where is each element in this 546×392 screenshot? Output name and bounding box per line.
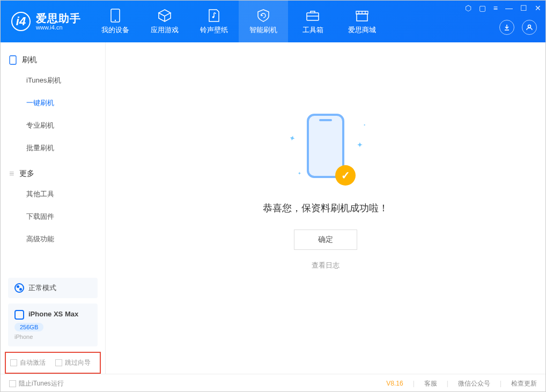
checkbox-skip-guide[interactable]: 跳过向导	[55, 358, 91, 367]
sidebar-item-batch-flash[interactable]: 批量刷机	[1, 137, 105, 159]
phone-small-icon	[9, 55, 17, 65]
nav-tab-label: 爱思商城	[348, 25, 376, 35]
mode-icon	[14, 283, 24, 293]
success-message: 恭喜您，保资料刷机成功啦！	[263, 202, 388, 215]
device-type: iPhone	[14, 334, 91, 340]
sidebar: 刷机 iTunes刷机 一键刷机 专业刷机 批量刷机 ≡ 更多 其他工具 下载固…	[1, 42, 106, 374]
svg-point-2	[212, 16, 215, 18]
app-subtitle: www.i4.cn	[36, 24, 81, 31]
window-controls: ⬡ ▢ ≡ — ☐ ✕	[465, 4, 541, 12]
device-box[interactable]: iPhone XS Max 256GB iPhone	[8, 304, 98, 346]
sidebar-group-more: ≡ 更多	[1, 165, 105, 183]
app-title: 爱思助手	[36, 12, 81, 24]
minimize-button[interactable]: —	[505, 4, 513, 12]
list-icon: ≡	[9, 169, 14, 179]
footer-link-service[interactable]: 客服	[424, 379, 437, 388]
svg-rect-3	[307, 13, 319, 20]
bottom-options-highlighted: 自动激活 跳过向导	[5, 352, 101, 374]
sidebar-item-other-tools[interactable]: 其他工具	[1, 183, 105, 205]
svg-point-4	[528, 25, 531, 28]
device-name: iPhone XS Max	[28, 310, 78, 318]
sparkle-icon: ✦	[298, 171, 301, 176]
user-button[interactable]	[522, 20, 537, 35]
storage-badge: 256GB	[14, 323, 43, 331]
device-icon	[14, 310, 24, 320]
nav-tab-label: 应用游戏	[151, 25, 179, 35]
nav-tab-toolbox[interactable]: 工具箱	[288, 1, 337, 42]
nav-tab-store[interactable]: 爱思商城	[337, 1, 387, 42]
sidebar-item-download-firmware[interactable]: 下载固件	[1, 205, 105, 228]
checkbox-label: 阻止iTunes运行	[19, 379, 64, 388]
divider: |	[500, 380, 501, 387]
store-icon	[355, 9, 369, 23]
logo-area: i4 爱思助手 www.i4.cn	[1, 12, 91, 31]
checkbox-label: 自动激活	[20, 358, 46, 367]
sidebar-item-pro-flash[interactable]: 专业刷机	[1, 114, 105, 137]
sidebar-item-itunes-flash[interactable]: iTunes刷机	[1, 69, 105, 92]
menu-icon[interactable]: ≡	[493, 4, 498, 12]
maximize-button[interactable]: ☐	[520, 4, 527, 12]
nav-tab-label: 铃声壁纸	[200, 25, 228, 35]
sidebar-item-advanced[interactable]: 高级功能	[1, 228, 105, 250]
nav-tabs: 我的设备 应用游戏 铃声壁纸 智能刷机 工具箱 爱思商城	[91, 1, 387, 42]
checkbox-label: 跳过向导	[65, 358, 91, 367]
briefcase-icon	[306, 9, 320, 23]
checkmark-badge-icon: ✓	[335, 165, 356, 186]
close-button[interactable]: ✕	[535, 4, 541, 12]
nav-tab-label: 我的设备	[101, 25, 129, 35]
nav-tab-apps[interactable]: 应用游戏	[140, 1, 189, 42]
nav-tab-label: 工具箱	[302, 25, 323, 35]
music-file-icon	[207, 9, 221, 23]
checkbox-auto-activate[interactable]: 自动激活	[10, 358, 46, 367]
sidebar-group-label: 更多	[19, 169, 34, 179]
footer-link-update[interactable]: 检查更新	[511, 379, 537, 388]
success-illustration: ✦ ✦ ✦ • ✓	[283, 114, 368, 189]
version-label: V8.16	[386, 380, 403, 387]
footer-link-wechat[interactable]: 微信公众号	[458, 379, 490, 388]
svg-point-1	[115, 19, 116, 20]
download-button[interactable]	[499, 20, 514, 35]
app-header: i4 爱思助手 www.i4.cn 我的设备 应用游戏 铃声壁纸 智能刷机 工具…	[1, 1, 545, 42]
mode-box[interactable]: 正常模式	[8, 278, 98, 298]
refresh-shield-icon	[256, 9, 270, 23]
divider: |	[413, 380, 415, 387]
checkbox-block-itunes[interactable]: 阻止iTunes运行	[9, 379, 64, 388]
nav-tab-ringtones[interactable]: 铃声壁纸	[189, 1, 239, 42]
nav-tab-flash[interactable]: 智能刷机	[239, 1, 288, 42]
sparkle-icon: ✦	[357, 140, 363, 149]
app-logo-icon: i4	[11, 12, 31, 31]
phone-icon	[108, 9, 122, 23]
ok-button[interactable]: 确定	[294, 230, 357, 250]
header-actions	[499, 20, 537, 35]
cube-icon	[158, 9, 172, 23]
main-content: ✦ ✦ ✦ • ✓ 恭喜您，保资料刷机成功啦！ 确定 查看日志	[106, 42, 545, 374]
sparkle-icon: •	[364, 122, 365, 127]
lock-icon[interactable]: ▢	[479, 4, 486, 12]
sidebar-group-label: 刷机	[22, 55, 37, 65]
nav-tab-device[interactable]: 我的设备	[91, 1, 140, 42]
divider: |	[447, 380, 448, 387]
footer: 阻止iTunes运行 V8.16 | 客服 | 微信公众号 | 检查更新	[1, 374, 545, 392]
shirt-icon[interactable]: ⬡	[465, 4, 471, 12]
nav-tab-label: 智能刷机	[249, 25, 277, 35]
mode-label: 正常模式	[28, 283, 56, 293]
svg-rect-5	[10, 56, 16, 64]
view-log-link[interactable]: 查看日志	[312, 261, 340, 270]
sidebar-group-flash: 刷机	[1, 51, 105, 69]
sidebar-item-oneclick-flash[interactable]: 一键刷机	[1, 92, 105, 114]
sparkle-icon: ✦	[288, 134, 297, 144]
